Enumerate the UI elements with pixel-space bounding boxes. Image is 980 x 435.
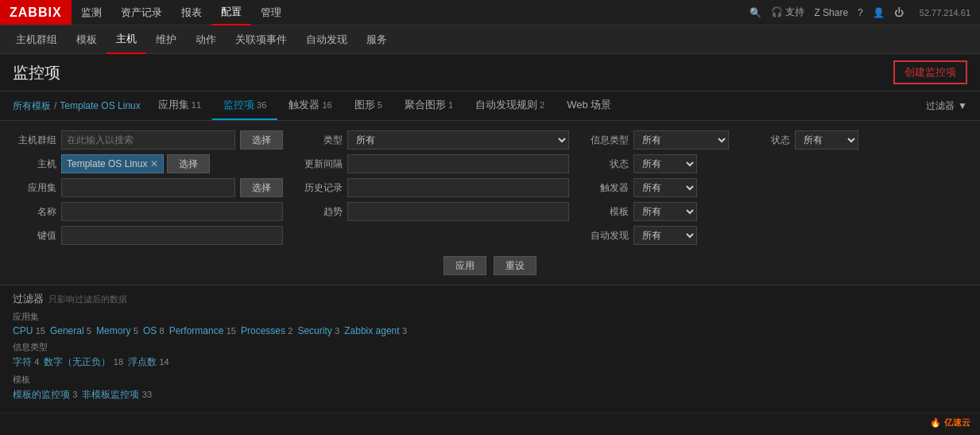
- appset-select-btn[interactable]: 选择: [240, 178, 283, 197]
- filter-infotype-row: 信息类型 所有 状态 所有: [585, 130, 967, 150]
- appset-label: 应用集: [13, 181, 56, 195]
- tab-discovery-rules[interactable]: 自动发现规则 2: [464, 91, 556, 120]
- interval-input[interactable]: [347, 154, 569, 173]
- filter-section-template: 模板 模板的监控项 3 非模板监控项 33: [13, 374, 967, 402]
- history-input[interactable]: [347, 178, 569, 197]
- apply-button[interactable]: 应用: [444, 256, 486, 275]
- tag-os[interactable]: OS 8: [143, 325, 165, 336]
- reset-button[interactable]: 重设: [494, 256, 536, 275]
- top-navigation: ZABBIX 监测 资产记录 报表 配置 管理 🔍 🎧 支持 Z Share ?…: [0, 0, 980, 25]
- state2-label: 状态: [585, 157, 629, 171]
- state2-select[interactable]: 所有: [634, 155, 696, 173]
- filter-trend-row: 趋势: [299, 202, 569, 221]
- key-input[interactable]: [61, 226, 283, 245]
- subnav-template[interactable]: 模板: [67, 25, 107, 54]
- host-select-btn[interactable]: 选择: [167, 154, 210, 173]
- subnav-host[interactable]: 主机: [107, 25, 146, 54]
- trend-input[interactable]: [347, 202, 569, 221]
- tab-graphs[interactable]: 图形 5: [343, 91, 393, 120]
- filter-hostgroup-row: 主机群组 选择: [13, 130, 283, 150]
- name-input[interactable]: [61, 202, 283, 221]
- state1-select[interactable]: 所有: [796, 131, 858, 149]
- tag-general[interactable]: General 5: [50, 325, 91, 336]
- tag-zabbix-agent[interactable]: Zabbix agent 3: [344, 325, 407, 336]
- subnav-discovery[interactable]: 自动发现: [296, 25, 357, 54]
- template-select[interactable]: 所有: [634, 203, 696, 220]
- nav-right: 🔍 🎧 支持 Z Share ? 👤 ⏻ 52.77.214.61: [750, 6, 970, 19]
- infotype-dropdown[interactable]: 所有: [633, 130, 729, 150]
- tag-performance[interactable]: Performance 15: [169, 325, 236, 336]
- filter-type-row: 类型 所有: [299, 130, 569, 150]
- nav-reports[interactable]: 报表: [172, 0, 211, 25]
- tag-template-items[interactable]: 模板的监控项 3: [13, 388, 77, 402]
- host-tag: Template OS Linux ✕: [61, 154, 164, 173]
- share-link[interactable]: Z Share: [814, 7, 848, 18]
- nav-assets[interactable]: 资产记录: [111, 0, 172, 25]
- nav-config[interactable]: 配置: [211, 0, 251, 25]
- template-dropdown[interactable]: 所有: [633, 202, 697, 221]
- tag-memory[interactable]: Memory 5: [96, 325, 138, 336]
- tab-items[interactable]: 监控项 36: [212, 91, 277, 120]
- infotype-tags: 字符 4 数字（无正负） 18 浮点数 14: [13, 355, 967, 369]
- power-icon[interactable]: ⏻: [894, 7, 904, 18]
- tag-nonneg[interactable]: 数字（无正负） 18: [44, 355, 123, 369]
- search-icon[interactable]: 🔍: [750, 7, 761, 18]
- tab-aggregate[interactable]: 聚合图形 1: [393, 91, 464, 120]
- type-select[interactable]: 所有: [348, 131, 568, 149]
- type-dropdown[interactable]: 所有: [347, 130, 569, 150]
- tabs: 应用集 11 监控项 36 触发器 16 图形 5 聚合图形 1 自动发现规则 …: [147, 91, 623, 120]
- host-tag-value: Template OS Linux: [67, 158, 147, 169]
- page-title: 监控项: [13, 62, 60, 84]
- autodiscover-label: 自动发现: [585, 229, 629, 243]
- subnav-maintenance[interactable]: 维护: [146, 25, 186, 54]
- breadcrumb-template-os-linux[interactable]: Template OS Linux: [60, 100, 140, 111]
- breadcrumb-all-templates[interactable]: 所有模板: [13, 99, 51, 113]
- filter-trigger-row: 触发器 所有: [585, 178, 967, 197]
- hostgroup-select-btn[interactable]: 选择: [240, 130, 283, 150]
- host-tag-remove[interactable]: ✕: [150, 158, 158, 169]
- state2-dropdown[interactable]: 所有: [633, 154, 697, 173]
- tab-web-scenarios[interactable]: Web 场景: [556, 91, 622, 120]
- autodiscover-dropdown[interactable]: 所有: [633, 226, 697, 245]
- hostgroup-input[interactable]: [61, 130, 235, 150]
- breadcrumb-separator: /: [54, 100, 56, 111]
- nav-menu: 监测 资产记录 报表 配置 管理: [72, 0, 750, 25]
- filter-appset-row: 应用集 选择: [13, 178, 283, 197]
- support-link[interactable]: 🎧 支持: [771, 6, 804, 19]
- subnav-service[interactable]: 服务: [357, 25, 397, 54]
- help-icon[interactable]: ?: [858, 7, 863, 18]
- subnav-action[interactable]: 动作: [186, 25, 226, 54]
- tag-processes[interactable]: Processes 2: [241, 325, 292, 336]
- filter-toggle[interactable]: 过滤器 ▼: [926, 99, 967, 113]
- nav-admin[interactable]: 管理: [251, 0, 291, 25]
- tag-cpu[interactable]: CPU 15: [13, 325, 45, 336]
- infotype-select[interactable]: 所有: [634, 131, 728, 149]
- appset-section-label: 应用集: [13, 311, 967, 323]
- filter-section-app: 应用集 CPU 15 General 5 Memory 5 OS 8 Perfo…: [13, 311, 967, 336]
- subnav-correlate[interactable]: 关联项事件: [226, 25, 296, 54]
- filter-host-row: 主机 Template OS Linux ✕ 选择: [13, 154, 283, 173]
- tag-security[interactable]: Security 3: [297, 325, 339, 336]
- nav-monitor[interactable]: 监测: [72, 0, 111, 25]
- appset-input[interactable]: [61, 178, 235, 197]
- tab-triggers[interactable]: 触发器 16: [277, 91, 343, 120]
- create-item-button[interactable]: 创建监控项: [893, 60, 967, 84]
- tab-appset[interactable]: 应用集 11: [147, 91, 212, 120]
- filter-col-2: 类型 所有 更新间隔 历史记录 趋势: [299, 130, 569, 250]
- user-icon[interactable]: 👤: [873, 7, 885, 18]
- subnav-hostgroup[interactable]: 主机群组: [6, 25, 67, 54]
- trigger-dropdown[interactable]: 所有: [633, 178, 697, 197]
- filter-area: 主机群组 选择 主机 Template OS Linux ✕ 选择 应用集 选择: [0, 121, 980, 285]
- trigger-select[interactable]: 所有: [634, 179, 696, 196]
- appset-tags: CPU 15 General 5 Memory 5 OS 8 Performan…: [13, 325, 967, 336]
- tag-char[interactable]: 字符 4: [13, 355, 39, 369]
- autodiscover-select[interactable]: 所有: [634, 227, 696, 244]
- state1-dropdown[interactable]: 所有: [795, 130, 858, 150]
- trigger-label: 触发器: [585, 181, 629, 195]
- tag-float[interactable]: 浮点数 14: [128, 355, 169, 369]
- active-filters-section: 过滤器 只影响过滤后的数据 应用集 CPU 15 General 5 Memor…: [0, 285, 980, 414]
- type-label: 类型: [299, 134, 343, 147]
- template-section-label: 模板: [13, 374, 967, 386]
- infotype-label: 信息类型: [585, 134, 629, 147]
- tag-nontemplate-items[interactable]: 非模板监控项 33: [82, 388, 152, 402]
